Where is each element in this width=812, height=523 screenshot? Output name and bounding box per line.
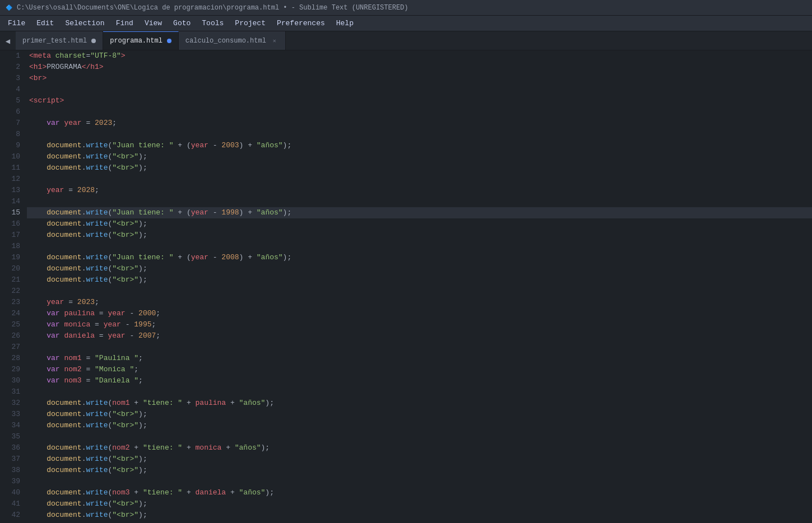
menu-find[interactable]: Find (110, 17, 139, 29)
code-line-20: document.write("<br>"); (27, 263, 812, 274)
title-bar: 🔷 C:\Users\osall\Documents\ONE\Logica de… (0, 0, 812, 16)
menu-selection[interactable]: Selection (59, 17, 110, 29)
line-num-7: 7 (4, 118, 20, 129)
line-num-9: 9 (4, 140, 20, 151)
line-num-23: 23 (4, 297, 20, 308)
code-line-17: document.write("<br>"); (27, 230, 812, 241)
line-num-34: 34 (4, 420, 20, 431)
line-num-42: 42 (4, 510, 20, 521)
title-text: C:\Users\osall\Documents\ONE\Logica de p… (17, 4, 409, 12)
tab-calculo[interactable]: calculo_consumo.html ✕ (179, 31, 286, 50)
menu-view[interactable]: View (139, 17, 168, 29)
menu-edit[interactable]: Edit (31, 17, 59, 29)
line-num-10: 10 (4, 151, 20, 162)
code-line-13: year = 2028; (27, 185, 812, 196)
tab-label: programa.html (110, 37, 163, 45)
line-num-8: 8 (4, 129, 20, 140)
code-line-41: document.write("<br>"); (27, 498, 812, 510)
code-line-24: var paulina = year - 2000; (27, 308, 812, 319)
code-line-8 (27, 129, 812, 140)
code-line-10: document.write("<br>"); (27, 151, 812, 162)
line-num-19: 19 (4, 252, 20, 263)
menu-preferences[interactable]: Preferences (271, 17, 331, 29)
line-num-2: 2 (4, 62, 20, 73)
code-line-4 (27, 84, 812, 95)
code-line-26: var daniela = year - 2007; (27, 330, 812, 342)
line-num-21: 21 (4, 274, 20, 286)
line-num-35: 35 (4, 431, 20, 442)
line-num-5: 5 (4, 95, 20, 106)
title-icon: 🔷 (4, 3, 13, 12)
menu-bar: File Edit Selection Find View Goto Tools… (0, 16, 812, 31)
line-num-17: 17 (4, 230, 20, 241)
code-line-12 (27, 174, 812, 185)
code-line-14 (27, 196, 812, 207)
line-num-14: 14 (4, 196, 20, 207)
tab-close-btn[interactable]: ✕ (271, 37, 279, 45)
line-num-18: 18 (4, 241, 20, 252)
code-line-29: var nom2 = "Monica "; (27, 364, 812, 375)
code-line-38: document.write("<br>"); (27, 465, 812, 476)
code-line-37: document.write("<br>"); (27, 454, 812, 465)
code-line-33: document.write("<br>"); (27, 409, 812, 420)
tab-label: calculo_consumo.html (185, 37, 266, 45)
menu-project[interactable]: Project (229, 17, 271, 29)
code-line-1: <meta charset="UTF-8"> (27, 50, 812, 62)
code-line-2: <h1>PROGRAMA</h1> (27, 62, 812, 73)
tab-primer-test[interactable]: primer_test.html (16, 31, 103, 50)
code-line-7: var year = 2023; (27, 118, 812, 129)
code-editor[interactable]: <meta charset="UTF-8"> <h1>PROGRAMA</h1>… (27, 50, 812, 523)
code-line-15: document.write("Juan tiene: " + (year - … (27, 207, 812, 218)
line-num-30: 30 (4, 375, 20, 386)
editor: 1 2 3 4 5 6 7 8 9 10 11 12 13 14 15 16 1… (0, 50, 812, 523)
tab-bar: ◀ primer_test.html programa.html calculo… (0, 31, 812, 50)
tab-dot (91, 39, 96, 43)
code-line-23: year = 2023; (27, 297, 812, 308)
line-num-4: 4 (4, 84, 20, 95)
menu-help[interactable]: Help (331, 17, 359, 29)
line-num-13: 13 (4, 185, 20, 196)
code-line-25: var monica = year - 1995; (27, 319, 812, 330)
line-num-11: 11 (4, 162, 20, 174)
line-num-16: 16 (4, 218, 20, 230)
code-line-34: document.write("<br>"); (27, 420, 812, 431)
line-num-32: 32 (4, 398, 20, 409)
code-line-31 (27, 386, 812, 398)
line-num-36: 36 (4, 442, 20, 454)
line-num-22: 22 (4, 286, 20, 297)
code-line-39 (27, 476, 812, 487)
line-num-15: 15 (4, 207, 20, 218)
line-num-39: 39 (4, 476, 20, 487)
code-line-30: var nom3 = "Daniela "; (27, 375, 812, 386)
code-line-3: <br> (27, 73, 812, 84)
code-line-18 (27, 241, 812, 252)
code-line-35 (27, 431, 812, 442)
line-num-29: 29 (4, 364, 20, 375)
menu-file[interactable]: File (2, 17, 31, 29)
code-line-40: document.write(nom3 + "tiene: " + daniel… (27, 487, 812, 498)
code-line-28: var nom1 = "Paulina "; (27, 353, 812, 364)
line-num-43: 43 (4, 521, 20, 523)
code-line-22 (27, 286, 812, 297)
code-line-6 (27, 106, 812, 118)
line-numbers: 1 2 3 4 5 6 7 8 9 10 11 12 13 14 15 16 1… (0, 50, 27, 523)
code-line-21: document.write("<br>"); (27, 274, 812, 286)
tab-dot-modified (167, 39, 171, 43)
tab-nav-prev[interactable]: ◀ (0, 31, 16, 50)
line-num-37: 37 (4, 454, 20, 465)
line-num-31: 31 (4, 386, 20, 398)
code-line-11: document.write("<br>"); (27, 162, 812, 174)
line-num-33: 33 (4, 409, 20, 420)
code-line-16: document.write("<br>"); (27, 218, 812, 230)
line-num-3: 3 (4, 73, 20, 84)
line-num-41: 41 (4, 498, 20, 510)
line-num-20: 20 (4, 263, 20, 274)
line-num-24: 24 (4, 308, 20, 319)
line-num-6: 6 (4, 106, 20, 118)
menu-tools[interactable]: Tools (196, 17, 229, 29)
code-line-19: document.write("Juan tiene: " + (year - … (27, 252, 812, 263)
line-num-25: 25 (4, 319, 20, 330)
line-num-27: 27 (4, 342, 20, 353)
tab-programa[interactable]: programa.html (103, 31, 179, 50)
menu-goto[interactable]: Goto (168, 17, 196, 29)
